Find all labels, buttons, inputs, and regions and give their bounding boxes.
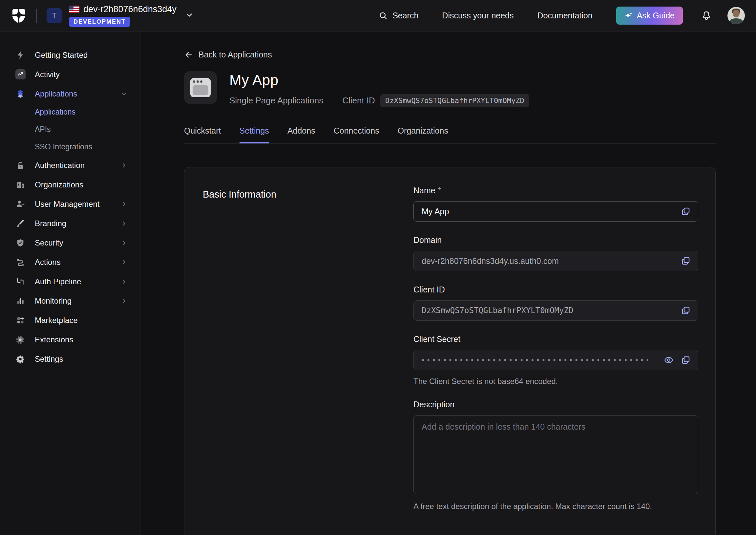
sidebar-item-monitoring[interactable]: Monitoring: [0, 291, 140, 311]
sidebar-item-auth-pipeline[interactable]: Auth Pipeline: [0, 272, 140, 291]
eye-icon: [664, 355, 674, 365]
copy-domain-button[interactable]: [680, 255, 692, 267]
nav-discuss-your-needs[interactable]: Discuss your needs: [442, 11, 514, 20]
sidebar-item-label: Security: [35, 238, 63, 247]
page-title: My App: [230, 72, 529, 88]
sidebar-item-label: User Management: [35, 200, 99, 209]
copy-name-button[interactable]: [680, 206, 692, 217]
shield-check-icon: [14, 238, 26, 247]
client-secret-value: ••••••••••••••••••••••••••••••••••••••••…: [414, 350, 698, 370]
sidebar-item-user-management[interactable]: User Management: [0, 194, 140, 214]
back-link-label: Back to Applications: [199, 50, 272, 59]
gear-icon: [14, 354, 26, 364]
sidebar-item-security[interactable]: Security: [0, 233, 140, 252]
sidebar-item-label: Getting Started: [35, 50, 88, 60]
sidebar-subitem-sso-integrations[interactable]: SSO Integrations: [0, 138, 140, 155]
chevron-right-icon: [121, 297, 128, 305]
section-title: Basic Information: [203, 189, 414, 200]
padlock-icon: [14, 161, 26, 170]
tenant-avatar[interactable]: T: [47, 8, 62, 23]
sidebar-item-label: Monitoring: [35, 296, 71, 306]
app-header: My App Single Page Applications Client I…: [184, 71, 756, 107]
us-flag-icon: [69, 6, 79, 13]
chevron-right-icon: [121, 220, 128, 227]
notifications-bell-icon[interactable]: [701, 11, 712, 21]
masked-secret: ••••••••••••••••••••••••••••••••••••••••…: [422, 356, 648, 364]
sidebar-item-label: Organizations: [35, 180, 83, 189]
search-button[interactable]: Search: [379, 11, 418, 20]
sidebar-item-applications[interactable]: Applications: [0, 84, 140, 103]
sidebar-item-activity[interactable]: Activity: [0, 65, 140, 84]
description-helper: A free text description of the applicati…: [414, 502, 698, 511]
tenant-switcher[interactable]: dev-r2h8076n6dns3d4y DEVELOPMENT: [69, 4, 176, 27]
back-to-applications-link[interactable]: Back to Applications: [184, 50, 272, 59]
basic-information-form: Name * Domain dev-r2h8076n6dns3d4y.us.au…: [414, 167, 698, 535]
sidebar-item-label: Actions: [35, 258, 61, 267]
nav-documentation[interactable]: Documentation: [537, 11, 593, 20]
copy-client-id-button[interactable]: [680, 305, 692, 316]
tab-organizations[interactable]: Organizations: [398, 126, 448, 143]
auth0-logo-icon[interactable]: [11, 8, 26, 24]
basic-information-card: Basic Information Name * Domain: [184, 167, 716, 535]
reveal-secret-button[interactable]: [663, 354, 675, 366]
client-id-label: Client ID: [342, 96, 375, 106]
tab-settings[interactable]: Settings: [239, 126, 269, 143]
description-textarea[interactable]: [414, 415, 698, 494]
client-secret-field-group: Client Secret ••••••••••••••••••••••••••…: [414, 334, 698, 386]
pipeline-icon: [14, 277, 26, 286]
buildings-icon: [14, 180, 26, 189]
user-avatar[interactable]: [727, 7, 745, 24]
client-secret-helper: The Client Secret is not base64 encoded.: [414, 377, 698, 386]
domain-value: dev-r2h8076n6dns3d4y.us.auth0.com: [414, 251, 698, 271]
copy-icon: [681, 207, 691, 216]
sidebar-item-label: Authentication: [35, 161, 85, 170]
arrow-left-icon: [184, 50, 193, 59]
sidebar: Getting Started Activity Applications Ap…: [0, 32, 141, 535]
user-gear-icon: [14, 199, 26, 209]
ask-guide-button[interactable]: Ask Guide: [616, 7, 683, 25]
tab-quickstart[interactable]: Quickstart: [184, 126, 221, 143]
chevron-down-icon: [121, 90, 128, 98]
chevron-right-icon: [121, 239, 128, 246]
ask-guide-label: Ask Guide: [637, 11, 675, 20]
sidebar-subitem-apis[interactable]: APIs: [0, 121, 140, 138]
topbar-divider: [36, 9, 37, 23]
tenant-name: dev-r2h8076n6dns3d4y: [83, 4, 176, 14]
chevron-down-icon[interactable]: [185, 11, 194, 21]
copy-client-secret-button[interactable]: [680, 354, 692, 366]
environment-badge: DEVELOPMENT: [69, 17, 130, 27]
app-type-label: Single Page Applications: [230, 96, 323, 106]
sidebar-item-settings[interactable]: Settings: [0, 349, 140, 369]
sidebar-item-marketplace[interactable]: Marketplace: [0, 311, 140, 330]
layers-icon: [14, 89, 26, 99]
sparkle-icon: [624, 12, 633, 20]
search-icon: [379, 11, 388, 20]
sidebar-item-organizations[interactable]: Organizations: [0, 175, 140, 194]
sidebar-item-label: Settings: [35, 354, 63, 364]
client-secret-label: Client Secret: [414, 334, 460, 344]
activity-trend-icon: [14, 69, 26, 79]
description-label: Description: [414, 400, 454, 409]
client-id-label: Client ID: [414, 285, 445, 295]
sidebar-item-actions[interactable]: Actions: [0, 252, 140, 272]
copy-icon: [681, 306, 691, 315]
tab-bar: Quickstart Settings Addons Connections O…: [184, 126, 716, 144]
section-divider: [201, 517, 699, 517]
sidebar-item-branding[interactable]: Branding: [0, 214, 140, 233]
sidebar-item-extensions[interactable]: Extensions: [0, 330, 140, 349]
chevron-right-icon: [121, 162, 128, 169]
sidebar-item-authentication[interactable]: Authentication: [0, 155, 140, 175]
tab-addons[interactable]: Addons: [287, 126, 315, 143]
chip-icon: [14, 335, 26, 344]
name-input[interactable]: [414, 201, 698, 222]
sidebar-item-getting-started[interactable]: Getting Started: [0, 45, 140, 65]
copy-icon: [681, 256, 691, 266]
paintbrush-icon: [14, 219, 26, 228]
sidebar-subitem-applications[interactable]: Applications: [0, 103, 140, 121]
client-id-chip[interactable]: DzXSmwQS7oSTQGLbafhrPXYLT0mOMyZD: [380, 94, 529, 107]
sidebar-item-label: Marketplace: [35, 316, 78, 325]
tab-connections[interactable]: Connections: [334, 126, 379, 143]
copy-icon: [681, 355, 691, 365]
description-field-group: Description A free text description of t…: [414, 400, 698, 511]
chevron-right-icon: [121, 278, 128, 285]
